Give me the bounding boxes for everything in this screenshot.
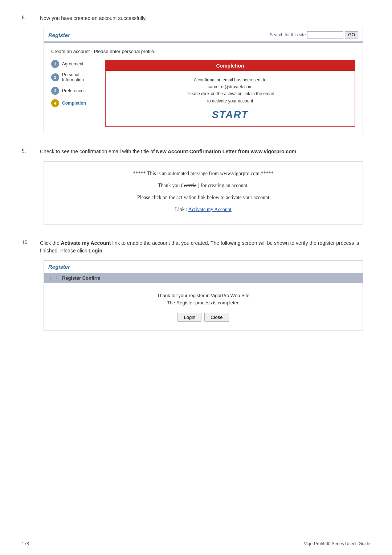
- confirm-body: Thank for your register in VigorPro Web …: [44, 283, 363, 331]
- activate-link-bold: Activate my Account: [61, 240, 111, 246]
- step-9: 9. Check to see the confirmation email w…: [22, 148, 370, 225]
- close-button[interactable]: Close: [204, 313, 229, 322]
- carrie-name: carrie: [184, 183, 196, 188]
- register-box-1: Register Search for this site GO Create …: [44, 28, 363, 133]
- step-text-9: Check to see the confirmation email with…: [40, 148, 298, 155]
- completion-panel-body: A confirmation email has been sent to ca…: [106, 71, 355, 126]
- dots-icon: ⋮⋮: [48, 275, 59, 281]
- step-number-9: 9.: [22, 148, 40, 154]
- step-number-8: 8.: [22, 15, 40, 20]
- search-area: Search for this site GO: [270, 31, 358, 39]
- register-body-1: Create an account - Please enter persona…: [44, 43, 363, 133]
- wizard-label-1: Agreement: [62, 61, 83, 66]
- register-confirm-box: Register ⋮⋮ Register Confirm Thank for y…: [44, 260, 363, 331]
- wizard-step-1: 1 Agreement: [51, 60, 102, 68]
- email-line-2: Thank you ( carrie ) for creating an acc…: [58, 181, 348, 190]
- step-9-bold: New Account Confirmation Letter from www…: [156, 149, 296, 154]
- step-number-10: 10.: [22, 239, 40, 245]
- step-10: 10. Click the Activate my Account link t…: [22, 239, 370, 331]
- button-row: Login Close: [51, 313, 355, 322]
- completion-text: A confirmation email has been sent to ca…: [113, 77, 347, 105]
- email-line-3: Please click on the activation link belo…: [58, 193, 348, 202]
- wizard-circle-2: 2: [51, 73, 59, 81]
- email-line-4: Link : Activate my Account: [58, 205, 348, 214]
- email-line-1: ***** This is an automated message from …: [58, 169, 348, 178]
- login-button[interactable]: Login: [177, 313, 201, 322]
- step-text-10: Click the Activate my Account link to en…: [40, 239, 370, 255]
- guide-title: VigorPro5500 Series User's Guide: [304, 541, 370, 546]
- login-bold: Login: [89, 248, 102, 254]
- start-text: START: [212, 109, 249, 120]
- wizard-circle-3: 3: [51, 87, 59, 95]
- link-label: Link :: [175, 207, 188, 212]
- page-number: 178: [22, 541, 29, 546]
- wizard-steps: 1 Agreement 2 Personal Information 3: [51, 60, 102, 107]
- search-label: Search for this site: [270, 32, 306, 37]
- completion-panel-header: Completion: [106, 61, 355, 71]
- confirm-text-1: Thank for your register in VigorPro Web …: [51, 292, 355, 300]
- wizard-label-2: Personal Information: [62, 72, 84, 82]
- wizard-label-4: Completion: [62, 101, 86, 106]
- go-button[interactable]: GO: [345, 31, 358, 39]
- search-input[interactable]: [307, 31, 343, 39]
- completion-panel: Completion A confirmation email has been…: [105, 60, 355, 127]
- wizard-step-3: 3 Preferences: [51, 87, 102, 95]
- confirm-section-bar: ⋮⋮ Register Confirm: [44, 273, 363, 283]
- confirm-register-title: Register: [48, 264, 70, 270]
- create-account-text: Create an account - Please enter persona…: [51, 49, 355, 54]
- wizard-label-3: Preferences: [62, 88, 86, 93]
- step-text-8: Now you have created an account successf…: [40, 15, 147, 22]
- wizard-circle-4: 4: [51, 99, 59, 107]
- page-footer: 178 VigorPro5500 Series User's Guide: [22, 541, 370, 546]
- register-header-1: Register Search for this site GO: [44, 28, 363, 41]
- wizard-step-4: 4 Completion: [51, 99, 102, 107]
- register-title-1: Register: [48, 32, 70, 38]
- step-8: 8. Now you have created an account succe…: [22, 15, 370, 133]
- wizard-container: 1 Agreement 2 Personal Information 3: [51, 60, 355, 127]
- register-confirm-label: Register Confirm: [62, 275, 100, 281]
- wizard-step-2: 2 Personal Information: [51, 72, 102, 82]
- confirm-header: Register: [44, 261, 363, 273]
- activate-account-link[interactable]: Activate my Account: [188, 207, 232, 212]
- wizard-circle-1: 1: [51, 60, 59, 68]
- email-block: ***** This is an automated message from …: [44, 161, 363, 225]
- confirm-text-2: The Register process is completed: [51, 299, 355, 307]
